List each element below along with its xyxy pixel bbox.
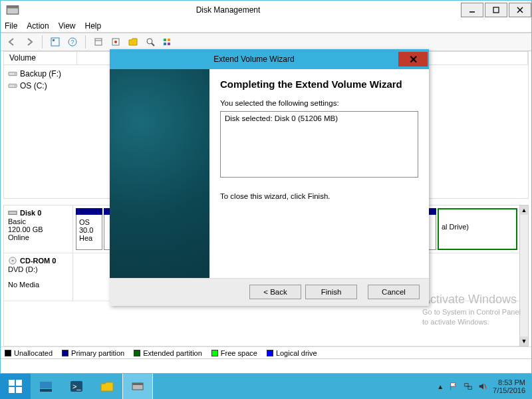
tool-list-icon[interactable] xyxy=(160,35,175,49)
toolbar-separator xyxy=(85,35,86,49)
back-button[interactable]: < Back xyxy=(249,285,301,299)
dialog-title: Extend Volume Wizard xyxy=(110,55,398,64)
legend: Unallocated Primary partition Extended p… xyxy=(1,346,531,358)
tool-properties-icon[interactable] xyxy=(48,35,63,49)
flag-icon[interactable] xyxy=(449,382,458,391)
windows-logo-icon xyxy=(9,380,22,393)
statusbar xyxy=(1,358,531,373)
scroll-up-icon[interactable]: ▲ xyxy=(520,205,528,215)
system-tray: ▲ 8:53 PM 7/15/2016 xyxy=(437,378,532,394)
svg-rect-16 xyxy=(164,39,166,41)
svg-rect-17 xyxy=(164,43,166,45)
dialog-intro: You selected the following settings: xyxy=(220,99,418,107)
svg-rect-31 xyxy=(40,382,52,388)
svg-rect-24 xyxy=(9,211,17,214)
dialog-close-hint: To close this wizard, click Finish. xyxy=(220,192,418,200)
drive-icon xyxy=(8,81,17,90)
swatch-logical xyxy=(267,350,273,356)
svg-rect-3 xyxy=(493,7,499,13)
dialog-button-row: < Back Finish Cancel xyxy=(110,278,429,305)
svg-point-13 xyxy=(114,41,117,43)
dialog-summary-line: Disk selected: Disk 0 (51206 MB) xyxy=(225,114,414,122)
taskbar-explorer[interactable] xyxy=(92,374,122,399)
tool-find-icon[interactable] xyxy=(143,35,158,49)
clock[interactable]: 8:53 PM 7/15/2016 xyxy=(493,378,525,394)
dialog-heading: Completing the Extend Volume Wizard xyxy=(220,78,418,90)
close-button[interactable] xyxy=(509,3,531,17)
scroll-down-icon[interactable]: ▼ xyxy=(520,336,528,346)
back-icon[interactable] xyxy=(5,35,19,49)
svg-line-40 xyxy=(485,384,487,389)
svg-rect-27 xyxy=(9,380,15,386)
dialog-content: Completing the Extend Volume Wizard You … xyxy=(209,69,429,278)
activation-watermark: Activate Windows Go to System in Control… xyxy=(422,292,521,327)
svg-text:?: ? xyxy=(70,39,74,45)
titlebar: Disk Management xyxy=(1,1,531,19)
swatch-extended xyxy=(134,350,140,356)
svg-rect-7 xyxy=(53,39,55,41)
swatch-primary xyxy=(62,350,68,356)
menubar: File Action View Help xyxy=(1,19,531,33)
tray-chevron-up-icon[interactable]: ▲ xyxy=(437,383,444,390)
network-icon[interactable] xyxy=(464,382,473,391)
volume-name: Backup (F:) xyxy=(20,69,61,78)
taskbar-powershell[interactable]: >_ xyxy=(61,374,92,399)
svg-rect-38 xyxy=(468,386,471,389)
menu-view[interactable]: View xyxy=(59,21,76,31)
svg-rect-37 xyxy=(465,384,468,386)
window-title: Disk Management xyxy=(0,5,460,15)
volume-name: OS (C:) xyxy=(20,81,47,90)
dvd-icon xyxy=(8,256,17,265)
svg-line-15 xyxy=(152,43,154,46)
taskbar: >_ ▲ 8:53 PM 7/15/2016 xyxy=(0,374,532,399)
tool-refresh-icon[interactable] xyxy=(91,35,106,49)
hdd-icon xyxy=(8,208,17,217)
svg-point-21 xyxy=(15,73,16,74)
cancel-button[interactable]: Cancel xyxy=(368,285,420,299)
partition[interactable]: OS30.0Hea xyxy=(76,208,102,250)
svg-point-26 xyxy=(12,260,14,262)
finish-button[interactable]: Finish xyxy=(305,285,357,299)
scrollbar-vertical[interactable]: ▲ ▼ xyxy=(519,205,529,346)
svg-rect-36 xyxy=(132,383,143,385)
svg-rect-28 xyxy=(16,380,22,386)
forward-icon[interactable] xyxy=(22,35,37,49)
disk-label[interactable]: Disk 0 Basic 120.00 GB Online xyxy=(4,205,73,253)
svg-point-23 xyxy=(15,85,16,86)
tool-open-icon[interactable] xyxy=(126,35,140,49)
toolbar-separator xyxy=(42,35,43,49)
disk-label[interactable]: CD-ROM 0 DVD (D:) No Media xyxy=(4,253,73,301)
minimize-button[interactable] xyxy=(461,3,483,17)
menu-file[interactable]: File xyxy=(5,21,17,31)
toolbar: ? xyxy=(1,33,531,51)
dialog-sidebar-graphic xyxy=(110,69,209,278)
tool-help-icon[interactable]: ? xyxy=(65,35,80,49)
svg-rect-30 xyxy=(16,387,22,393)
svg-rect-29 xyxy=(9,387,15,393)
column-volume[interactable]: Volume xyxy=(4,52,77,65)
partition[interactable]: al Drive) xyxy=(438,208,517,250)
extend-volume-wizard-dialog: Extend Volume Wizard ✕ Completing the Ex… xyxy=(110,49,429,306)
swatch-unallocated xyxy=(5,350,11,356)
dialog-titlebar[interactable]: Extend Volume Wizard ✕ xyxy=(110,49,429,69)
svg-rect-10 xyxy=(95,39,102,45)
svg-rect-6 xyxy=(51,38,59,46)
svg-rect-19 xyxy=(168,43,170,45)
menu-help[interactable]: Help xyxy=(85,21,102,31)
start-button[interactable] xyxy=(0,374,31,399)
menu-action[interactable]: Action xyxy=(27,21,49,31)
svg-text:>_: >_ xyxy=(72,382,81,390)
dialog-summary-box[interactable]: Disk selected: Disk 0 (51206 MB) xyxy=(220,111,418,178)
swatch-free xyxy=(211,350,218,356)
taskbar-server-manager[interactable] xyxy=(31,374,61,399)
drive-icon xyxy=(8,69,17,78)
maximize-button[interactable] xyxy=(485,3,507,17)
svg-rect-32 xyxy=(40,389,52,392)
tool-settings-icon[interactable] xyxy=(108,35,123,49)
dialog-close-button[interactable]: ✕ xyxy=(398,52,428,66)
taskbar-disk-management[interactable] xyxy=(122,374,153,399)
svg-rect-18 xyxy=(168,39,170,41)
svg-point-14 xyxy=(147,39,152,44)
volume-icon[interactable] xyxy=(478,382,487,391)
